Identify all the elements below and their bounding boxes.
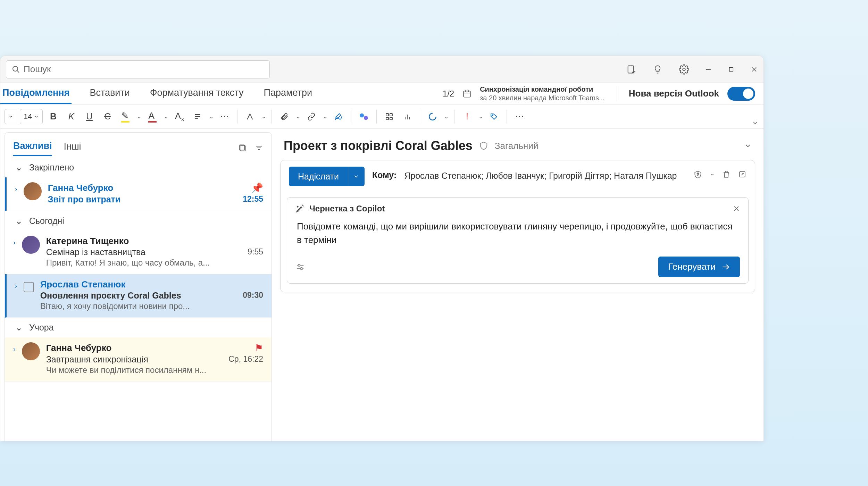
message-time: 09:30: [243, 291, 263, 300]
font-family-dropdown[interactable]: [5, 109, 17, 124]
new-outlook-toggle[interactable]: [727, 87, 755, 101]
bold-button[interactable]: B: [45, 109, 61, 124]
section-today[interactable]: ⌄ Сьогодні: [5, 211, 272, 231]
sensitivity-icon[interactable]: ?: [693, 170, 702, 179]
search-placeholder: Пошук: [24, 64, 51, 75]
svg-rect-16: [390, 114, 392, 116]
sync-reminder[interactable]: Синхронізація командної роботи за 20 хви…: [480, 85, 605, 102]
styles-dropdown[interactable]: ⌄: [260, 109, 267, 124]
message-sender: Ганна Чебурко: [46, 343, 112, 353]
message-subject: Звіт про витрати: [48, 194, 121, 204]
tab-insert[interactable]: Вставити: [87, 83, 132, 104]
highlight-dropdown[interactable]: ⌄: [136, 109, 142, 124]
svg-point-35: [301, 267, 303, 269]
calendar-icon[interactable]: [462, 89, 471, 98]
settings-icon[interactable]: [679, 64, 689, 75]
svg-point-33: [298, 264, 300, 266]
message-item-selected[interactable]: › Ярослав Степанюк Оновлення проєкту Cor…: [5, 274, 272, 318]
app-window: Пошук Повідомлення Вставити Форматування…: [0, 56, 764, 441]
attach-dropdown[interactable]: ⌄: [295, 109, 301, 124]
font-size-dropdown[interactable]: 14: [20, 109, 43, 124]
send-button[interactable]: Надіслати: [289, 167, 365, 186]
filter-icon[interactable]: [255, 144, 263, 153]
copilot-panel: Чернетка з Copilot Повідомте команді, що…: [287, 197, 749, 284]
format-toolbar: 14 B K U Є ✎ ⌄ A ⌄ A✕ ⌄ ⋯ ⌄ ⌄ ⌄ ⌄ ! ⌄ ⋯: [0, 104, 763, 129]
link-dropdown[interactable]: ⌄: [322, 109, 328, 124]
link-button[interactable]: [304, 109, 319, 124]
ribbon-tabs-row: Повідомлення Вставити Форматування текст…: [0, 83, 763, 104]
expand-icon[interactable]: ›: [15, 182, 17, 204]
copilot-icon[interactable]: [356, 109, 372, 124]
svg-rect-2: [628, 66, 634, 73]
message-item[interactable]: › Катерина Тищенко Семінар із наставницт…: [5, 231, 272, 274]
underline-button[interactable]: U: [82, 109, 97, 124]
avatar: [24, 182, 42, 200]
to-recipients[interactable]: Ярослав Степанюк; Любов Іванчук; Григорі…: [404, 167, 686, 183]
message-subject: Завтрашня синхронізація: [46, 354, 148, 364]
section-pinned[interactable]: ⌄ Закріплено: [5, 158, 272, 177]
to-label: Кому:: [372, 167, 397, 180]
chevron-down-icon: ⌄: [15, 162, 23, 173]
window-controls: [704, 66, 758, 73]
svg-rect-15: [386, 114, 389, 116]
svg-point-3: [683, 68, 685, 71]
thread-collapse-icon[interactable]: [744, 142, 752, 150]
pin-icon[interactable]: 📌: [251, 182, 263, 194]
attach-button[interactable]: [277, 109, 292, 124]
expand-icon[interactable]: ›: [13, 236, 16, 268]
copilot-prompt[interactable]: Повідомте команді, що ми вирішили викори…: [295, 213, 740, 247]
svg-point-22: [492, 115, 493, 116]
importance-dropdown[interactable]: ⌄: [477, 109, 484, 124]
tab-message[interactable]: Повідомлення: [0, 83, 72, 104]
maximize-button[interactable]: [727, 66, 735, 73]
message-item[interactable]: › Ганна Чебурко📌 Звіт про витрати12:55: [5, 177, 272, 211]
close-button[interactable]: [750, 66, 758, 73]
flag-icon[interactable]: ⚑: [254, 342, 263, 354]
apps-button[interactable]: [382, 109, 397, 124]
clear-format-button[interactable]: A✕: [172, 109, 187, 124]
styles-button[interactable]: [242, 109, 258, 124]
loop-button[interactable]: [425, 109, 440, 124]
ribbon-expand-icon[interactable]: [752, 119, 759, 126]
generate-button[interactable]: Генерувати: [658, 257, 740, 277]
section-yesterday[interactable]: ⌄ Учора: [5, 318, 272, 337]
send-dropdown[interactable]: [348, 167, 365, 186]
signature-button[interactable]: [331, 109, 346, 124]
select-mode-icon[interactable]: [238, 144, 247, 153]
importance-button[interactable]: !: [459, 109, 475, 124]
message-time: 12:55: [243, 194, 263, 204]
paragraph-button[interactable]: [190, 109, 205, 124]
tab-focused[interactable]: Важливі: [13, 141, 52, 156]
popout-icon[interactable]: [738, 170, 746, 179]
search-box[interactable]: Пошук: [6, 60, 270, 78]
italic-button[interactable]: K: [64, 109, 79, 124]
tab-other[interactable]: Інші: [64, 141, 81, 156]
avatar: [22, 236, 40, 254]
poll-button[interactable]: [400, 109, 415, 124]
tab-options[interactable]: Параметри: [261, 83, 314, 104]
tasks-icon[interactable]: [626, 64, 636, 75]
more-button[interactable]: ⋯: [512, 109, 527, 124]
close-icon[interactable]: [733, 205, 740, 212]
thread-title: Проект з покрівлі Coral Gables: [284, 139, 473, 153]
paragraph-dropdown[interactable]: ⌄: [208, 109, 214, 124]
minimize-button[interactable]: [704, 66, 712, 73]
highlight-button[interactable]: ✎: [118, 109, 133, 124]
font-color-button[interactable]: A: [145, 109, 160, 124]
tab-format[interactable]: Форматування тексту: [148, 83, 246, 104]
expand-icon[interactable]: ›: [15, 279, 17, 311]
tag-button[interactable]: [486, 109, 502, 124]
chevron-down-icon[interactable]: ⌄: [710, 170, 715, 179]
loop-dropdown[interactable]: ⌄: [443, 109, 449, 124]
message-checkbox[interactable]: [24, 282, 34, 292]
delete-draft-icon[interactable]: [722, 170, 731, 179]
lightbulb-icon[interactable]: [652, 64, 663, 75]
strikethrough-button[interactable]: Є: [100, 109, 115, 124]
font-color-dropdown[interactable]: ⌄: [163, 109, 169, 124]
expand-icon[interactable]: ›: [13, 342, 16, 375]
more-format-button[interactable]: ⋯: [217, 109, 232, 124]
copilot-options-icon[interactable]: [295, 262, 305, 272]
message-item[interactable]: › Ганна Чебурко⚑ Завтрашня синхронізація…: [5, 337, 272, 382]
message-preview: Вітаю, я хочу повідомити новини про...: [40, 301, 263, 311]
message-sender: Ганна Чебурко: [48, 183, 114, 193]
